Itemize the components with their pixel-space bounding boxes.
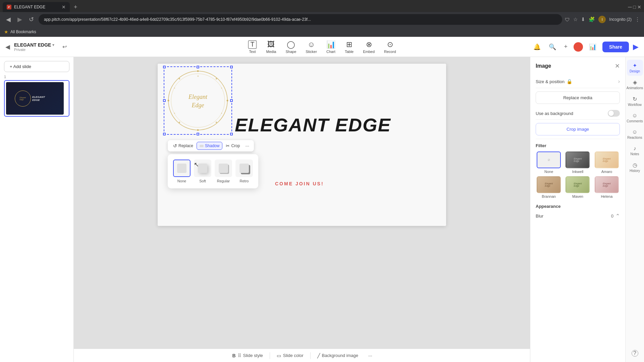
filter-none-thumb: ∅ bbox=[537, 152, 561, 168]
embed-tool-label: Embed bbox=[363, 50, 375, 54]
blur-controls: 0 ⌃ bbox=[611, 213, 620, 219]
new-tab-button[interactable]: + bbox=[71, 4, 80, 11]
bottom-more-button[interactable]: ··· bbox=[365, 351, 376, 360]
size-position-label: Size & position 🔒 bbox=[536, 79, 572, 84]
sidebar-toggle-button[interactable]: ◀ bbox=[5, 43, 10, 51]
crop-image-button[interactable]: Crop image bbox=[536, 123, 620, 135]
minimize-button[interactable]: ─ bbox=[628, 4, 632, 10]
tool-shape[interactable]: ◯ Shape bbox=[281, 38, 301, 56]
history-panel-button[interactable]: ◷ History bbox=[627, 159, 643, 175]
share-button[interactable]: Share bbox=[602, 42, 629, 52]
header-tools: T Text 🖼 Media ◯ Shape ☺ Sticker 📊 Chart… bbox=[243, 38, 400, 56]
extensions-icon[interactable]: 🧩 bbox=[589, 16, 595, 22]
filter-maven[interactable]: ElegantEdge Maven bbox=[565, 176, 591, 198]
tool-embed[interactable]: ⊗ Embed bbox=[358, 38, 379, 56]
filter-brannan[interactable]: ElegantEdge Brannan bbox=[536, 176, 562, 198]
shadow-regular-label: Regular bbox=[217, 179, 230, 183]
notification-button[interactable]: 🔔 bbox=[531, 41, 543, 53]
play-presentation-button[interactable]: ▶ bbox=[633, 43, 639, 51]
shadow-option-regular[interactable]: Regular bbox=[215, 160, 232, 183]
tool-sticker[interactable]: ☺ Sticker bbox=[301, 38, 322, 56]
reload-button[interactable]: ↺ bbox=[27, 14, 36, 24]
filter-inkwell[interactable]: ElegantEdge Inkwell bbox=[565, 152, 591, 174]
forward-button[interactable]: ▶ bbox=[15, 14, 24, 24]
media-tool-icon: 🖼 bbox=[267, 40, 275, 49]
more-icon: ··· bbox=[245, 143, 249, 148]
tool-text[interactable]: T Text bbox=[243, 38, 261, 56]
tool-chart[interactable]: 📊 Chart bbox=[322, 38, 340, 56]
filter-amaro[interactable]: ElegantEdge Amaro bbox=[594, 152, 620, 174]
blur-collapse-button[interactable]: ⌃ bbox=[615, 213, 620, 219]
design-panel-button[interactable]: ✦ Design bbox=[627, 60, 643, 76]
filter-none[interactable]: ∅ None bbox=[536, 152, 562, 174]
shadow-button[interactable]: Shadow bbox=[197, 142, 222, 150]
shadow-regular-swatch bbox=[215, 160, 232, 177]
replace-media-button[interactable]: Replace media bbox=[536, 92, 620, 104]
slide-canvas[interactable]: ✦ ✦ ✦ ✦ ✦ Elegant Edge bbox=[158, 64, 446, 226]
replace-button[interactable]: ↺ Replace bbox=[170, 142, 196, 150]
star-icon[interactable]: ☆ bbox=[573, 16, 578, 22]
menu-icon[interactable]: ⋮ bbox=[635, 16, 640, 22]
animations-icon: ◈ bbox=[633, 79, 637, 85]
resize-handle-tr[interactable] bbox=[230, 66, 233, 68]
all-bookmarks-link[interactable]: All Bookmarks bbox=[10, 29, 36, 34]
resize-handle-bl[interactable] bbox=[163, 133, 166, 135]
back-button[interactable]: ◀ bbox=[4, 14, 13, 24]
browser-action-icons: 🛡 ☆ ⬇ 🧩 I Incognito (2) ⋮ bbox=[565, 16, 640, 23]
active-tab[interactable]: P ELEGANT EDGE ✕ bbox=[3, 2, 70, 12]
resize-handle-tl[interactable] bbox=[163, 66, 166, 68]
tool-media[interactable]: 🖼 Media bbox=[261, 38, 281, 56]
svg-point-7 bbox=[179, 122, 180, 123]
more-options-button[interactable]: ··· bbox=[243, 142, 251, 150]
slide-thumbnail[interactable]: ElegantEdge ELEGANTEDGE bbox=[4, 80, 69, 117]
svg-point-6 bbox=[197, 129, 199, 131]
background-image-button[interactable]: ╱ Background image bbox=[313, 351, 362, 360]
tab-favicon: P bbox=[7, 5, 11, 9]
svg-point-8 bbox=[168, 100, 169, 102]
resize-handle-br[interactable] bbox=[230, 133, 233, 135]
slide-color-button[interactable]: ▭ Slide color bbox=[273, 351, 308, 360]
help-panel-button[interactable]: ? bbox=[627, 347, 643, 359]
filter-helena[interactable]: ElegantEdge Helena bbox=[594, 176, 620, 198]
reactions-panel-button[interactable]: ☺ Reactions bbox=[627, 126, 643, 142]
slide-style-icon: B bbox=[232, 353, 235, 358]
tool-record[interactable]: ⊙ Record bbox=[379, 38, 400, 56]
canvas-area[interactable]: ✦ ✦ ✦ ✦ ✦ Elegant Edge bbox=[74, 57, 530, 362]
shadow-option-retro[interactable]: Retro bbox=[235, 160, 253, 183]
resize-handle-bm[interactable] bbox=[197, 133, 199, 135]
appearance-title: Appearance bbox=[536, 204, 620, 209]
shadow-option-soft[interactable]: Soft bbox=[194, 160, 211, 183]
resize-handle-lm[interactable] bbox=[163, 99, 166, 102]
comments-panel-button[interactable]: ☺ Comments bbox=[627, 110, 643, 126]
use-as-bg-label: Use as background bbox=[536, 111, 573, 116]
download-icon[interactable]: ⬇ bbox=[581, 16, 585, 22]
slide-subtitle[interactable]: COME JOIN US! bbox=[275, 181, 324, 186]
shadow-option-none[interactable]: None bbox=[173, 160, 191, 183]
resize-handle-tm[interactable] bbox=[197, 66, 199, 68]
search-button[interactable]: 🔍 bbox=[547, 41, 558, 53]
chart-icon-button[interactable]: 📊 bbox=[587, 41, 598, 53]
resize-handle-rm[interactable] bbox=[230, 99, 233, 102]
panel-close-button[interactable]: ✕ bbox=[615, 62, 620, 70]
maximize-button[interactable]: □ bbox=[633, 4, 636, 10]
notes-panel-button[interactable]: ♪ Notes bbox=[627, 143, 643, 159]
size-position-arrow[interactable]: › bbox=[618, 78, 620, 84]
slide-style-button[interactable]: B ⠿ Slide style bbox=[228, 351, 267, 360]
animations-panel-button[interactable]: ◈ Animations bbox=[627, 76, 643, 93]
dropdown-chevron-icon[interactable]: ▾ bbox=[52, 43, 54, 47]
slide-title[interactable]: ELEGANT EDGE bbox=[235, 114, 391, 136]
close-window-button[interactable]: ✕ bbox=[637, 4, 641, 10]
bg-toggle[interactable] bbox=[608, 110, 620, 117]
tab-close-icon[interactable]: ✕ bbox=[62, 4, 66, 10]
tool-table[interactable]: ⊞ Table bbox=[340, 38, 358, 56]
lock-icon: 🔒 bbox=[567, 79, 572, 84]
image-element[interactable]: ✦ ✦ ✦ ✦ ✦ Elegant Edge bbox=[164, 67, 231, 134]
slide-preview: ElegantEdge ELEGANTEDGE bbox=[6, 82, 64, 115]
undo-button[interactable]: ↩ bbox=[62, 44, 67, 50]
filter-title: Filter bbox=[536, 143, 620, 148]
address-bar[interactable] bbox=[39, 14, 562, 25]
add-button[interactable]: + bbox=[562, 41, 570, 52]
workflow-panel-button[interactable]: ↻ Workflow bbox=[627, 93, 643, 109]
crop-button[interactable]: ✂ Crop bbox=[223, 142, 243, 150]
add-slide-button[interactable]: + Add slide bbox=[4, 61, 69, 72]
